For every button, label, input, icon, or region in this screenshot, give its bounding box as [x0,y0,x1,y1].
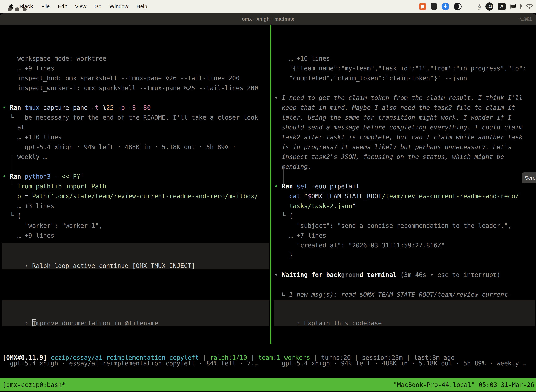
a-key-icon[interactable]: A [498,3,506,10]
terminal-text-segment: set [297,183,308,190]
terminal-row: • Waiting for background terminal (3m 46… [274,270,500,280]
status-segment: | [354,354,362,361]
terminal-row: inspect task2's JSON, focusing on the st… [274,152,504,162]
prompt-arrow-icon: › [297,320,304,327]
terminal-row: tasks/task-2.json" [274,201,356,211]
status-segment: last:3m ago [414,354,455,361]
terminal-text-segment: '{"team_name":"my-team","task_id":"1","f… [274,65,526,72]
status-segment: session:23m [362,354,407,361]
terminal-row: keep that in mind. Maybe I also need the… [274,103,515,112]
terminal-content[interactable]: workspace_mode: worktree … +9 lines insp… [0,25,536,392]
window-title: omx --xhigh --madmax [0,13,536,25]
terminal-text-segment: inspect_hud: omx sparkshell --tmux-pane … [2,75,240,82]
terminal-text-segment: should send a message before completing … [274,124,523,131]
menu-item-go[interactable]: Go [94,4,101,9]
terminal-text-segment: python3 [25,173,51,180]
terminal-row: "completed","claim_token":"claim-token"}… [274,73,467,83]
terminal-text-segment: • [274,271,282,278]
menu-item-file[interactable]: File [41,4,50,9]
menu-item-help[interactable]: Help [136,4,147,9]
terminal-text-segment: is in progress? It seems likely but perh… [274,144,512,150]
right-output-connector-line [283,165,285,185]
status-segment: [OMX#0.11.9] [2,354,47,361]
traffic-light-close-button[interactable] [8,7,12,11]
terminal-text-segment: • [2,173,10,180]
status-segment: | [407,354,414,361]
wifi-icon[interactable] [526,4,534,9]
terminal-row: "created_at": "2026-03-31T11:59:27.816Z" [274,240,445,250]
terminal-row: inspect_worker-1: omx sparkshell --tmux-… [2,83,258,93]
battery-icon[interactable] [510,4,521,9]
terminal-text-segment: <<'PY' [58,173,84,180]
status-segment: cczip/essay/ai-reimplementation-copyleft [47,354,203,361]
left-input-box[interactable]: › Improve documentation in @filename [2,300,269,327]
tmux-session-label: [omx-cczip0:bash* [2,381,65,388]
status-segment: ralph:1/10 [210,354,251,361]
screen-overlay-button[interactable]: Scre [522,173,536,183]
tmux-status-bar: [omx-cczip0:bash* "MacBook-Pro-44.local"… [0,378,536,391]
terminal-text-segment: Ran [10,104,25,111]
prompt-arrow-icon: › [25,262,32,269]
terminal-text-segment: at [2,124,25,131]
right-input-box[interactable]: › Explain this codebase [274,300,535,327]
terminal-text-segment: - [51,173,58,180]
terminal-row: from pathlib import Path [2,182,106,191]
window-shortcut-label: ⌥⌘1 [518,13,532,25]
terminal-text-segment: … +7 lines [274,232,326,239]
terminal-text-segment: … +16 lines [274,55,330,62]
terminal-text-segment: -p -S -80 [114,104,151,111]
terminal-text-segment: " [352,202,356,210]
terminal-row: … +16 lines [274,54,330,63]
terminal-row: gpt-5.4 xhigh · 94% left · 488K in · 5.1… [2,142,236,152]
terminal-text-segment: -t [91,104,99,111]
terminal-text-segment: cat [274,193,300,200]
terminal-text-segment: ↳ [274,291,289,298]
terminal-row: workspace_mode: worktree [2,54,106,63]
terminal-row: pending. [274,162,311,172]
terminal-row: … +9 lines [2,231,54,240]
terminal-row: later. Using the same for transition mig… [274,112,512,122]
terminal-row: … +3 lines [2,201,54,211]
terminal-row: • Ran set -euo pipefail [274,182,360,191]
terminal-text-segment: … +9 lines [2,65,54,72]
terminal-text-segment: 1 new msg(s): read $OMX_TEAM_STATE_ROOT/… [289,291,511,298]
keyboard-shield-icon[interactable] [431,3,437,10]
terminal-text-segment: workspace_mode: worktree [2,55,106,62]
terminal-text-segment: • [2,104,10,111]
left-output-connector-line [12,155,14,185]
terminal-text-segment: gpt-5.4 xhigh · 94% left · 488K in · 5.1… [2,144,236,150]
terminal-text-segment: task2 after task1 is complete, but can I… [274,134,523,141]
terminal-row: … +7 lines [274,231,326,240]
squiggle-icon[interactable]: § [477,2,481,10]
count-badge-icon[interactable]: ..61 [485,2,493,10]
terminal-text-segment: └ { [274,212,293,219]
tmux-pane-divider[interactable] [270,25,271,344]
traffic-light-minimize-button[interactable] [15,7,19,11]
terminal-row: • I need to get the claim token from the… [274,93,523,103]
terminal-text-segment: … +3 lines [2,202,54,210]
status-segment: | [314,354,321,361]
menu-item-view[interactable]: View [75,4,86,9]
terminal-text-segment: /team/review-current-readme-and-reco/ [382,193,519,200]
pane-bottom-border [0,344,536,344]
terminal-text-segment: Waiting for back [282,271,341,278]
menu-item-edit[interactable]: Edit [58,4,67,9]
terminal-text-segment: $ [308,193,311,200]
terminal-text-segment: Path('.omx/state/team/review-current-rea… [32,193,258,200]
terminal-row: … +110 lines [2,132,62,142]
menu-item-window[interactable]: Window [110,4,128,9]
terminal-row: • Ran tmux capture-pane -t %25 -p -S -80 [2,103,151,112]
traffic-light-zoom-button[interactable] [23,7,27,11]
crescent-logo-icon[interactable] [454,3,462,10]
terminal-row: task2 after task1 is complete, but can I… [274,132,523,142]
terminal-row: └ be necessary for the end of the README… [2,112,258,122]
blue-bolt-icon[interactable] [442,3,449,10]
terminal-text-segment: later. Using the same for transition mig… [274,114,512,121]
dots-grid-icon[interactable] [466,3,473,10]
chat-bubble-icon[interactable] [419,3,426,10]
terminal-row: should send a message before completing … [274,122,523,132]
macos-menu-bar: Slack File Edit View Go Window Help § ..… [0,0,536,13]
terminal-text-segment: "subject": "send a concise recommendatio… [274,222,512,229]
terminal-text-segment: " [300,193,308,200]
terminal-text-segment: } [274,252,293,259]
